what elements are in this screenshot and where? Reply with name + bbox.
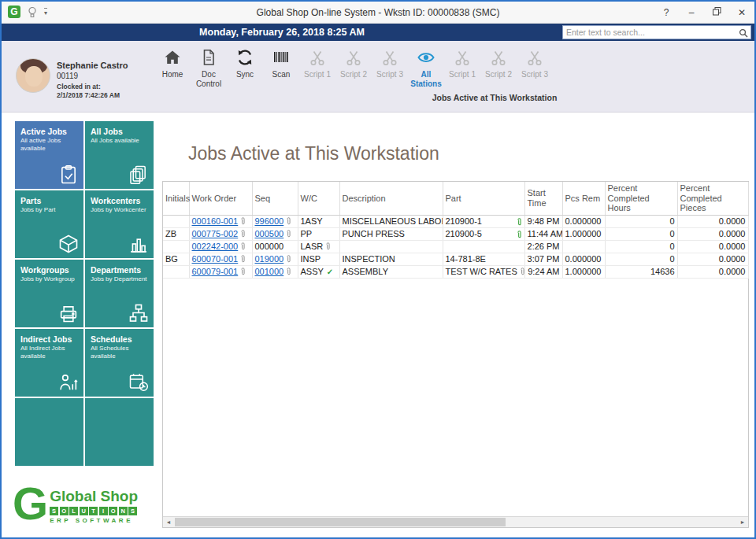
ribbon-button-scan[interactable]: Scan [263, 46, 299, 91]
close-button[interactable]: ✕ [737, 7, 747, 18]
sync-arrows-icon [227, 48, 263, 68]
col-wc[interactable]: W/C [298, 182, 339, 215]
cell-wc: ASSY✓ [298, 265, 339, 278]
horizontal-scrollbar[interactable]: ◄ ► [163, 516, 748, 527]
work-order-link[interactable]: 002242-000 [192, 242, 239, 251]
tile-departments[interactable]: Departments Jobs by Department [85, 260, 154, 327]
logo-tagline: ERP SOFTWARE [50, 517, 138, 524]
ribbon-button-script3[interactable]: Script 3 [372, 46, 408, 91]
cell-pct-hours: 0 [605, 240, 677, 253]
cell-part: 14-781-8E [443, 253, 524, 265]
restore-icon [713, 7, 721, 16]
green-paperclip-icon [517, 230, 522, 239]
seq-link[interactable]: 996000 [255, 216, 284, 226]
col-pcs-rem[interactable]: Pcs Rem [562, 182, 605, 215]
logo-brand-name: Global Shop [50, 488, 138, 505]
machine-icon [57, 302, 80, 324]
work-order-link[interactable]: 000775-002 [192, 229, 239, 238]
col-initials[interactable]: Initials [163, 182, 189, 215]
col-seq[interactable]: Seq [252, 182, 298, 215]
cell-pct-hours: 0 [605, 227, 677, 240]
seq-link[interactable]: 019000 [255, 254, 284, 264]
tile-empty-2[interactable] [85, 398, 154, 466]
cell-work-order: 002242-000 [189, 240, 252, 253]
table-row: 600079-001 001000 ASSY✓ ASSEMBLY TEST W/… [163, 265, 748, 278]
paperclip-icon [240, 229, 246, 238]
scrollbar-thumb[interactable] [175, 518, 506, 526]
scissors-icon [444, 48, 480, 68]
cell-seq: 019000 [252, 253, 298, 265]
cell-work-order: 000160-001 [189, 215, 252, 227]
col-work-order[interactable]: Work Order [189, 182, 252, 215]
tile-all-jobs[interactable]: All Jobs All Jobs available [85, 121, 154, 189]
cell-seq: 001000 [252, 265, 298, 278]
seq-link[interactable]: 001000 [255, 267, 284, 276]
scissors-icon [480, 48, 517, 68]
cell-wc: LASR [298, 240, 339, 253]
cell-pcs-rem: 1.000000 [562, 265, 605, 278]
ribbon-button-script1-alt[interactable]: Script 1 [444, 46, 480, 91]
search-icon[interactable] [739, 28, 748, 38]
scroll-right-button[interactable]: ► [737, 517, 748, 527]
home-icon [154, 48, 191, 68]
search-input[interactable] [563, 26, 738, 39]
tile-active-jobs[interactable]: Active Jobs All active Jobs available [15, 121, 83, 189]
ribbon-button-script1[interactable]: Script 1 [299, 46, 335, 91]
scissors-icon [517, 48, 553, 68]
ribbon-button-all-stations[interactable]: All Stations [408, 46, 444, 91]
ribbon-button-home[interactable]: Home [154, 46, 191, 91]
help-button[interactable]: ? [662, 7, 671, 18]
col-pct-pieces[interactable]: Percent Completed Pieces [677, 182, 748, 215]
table-row: ZB 000775-002 000500 PP PUNCH PRESS 2109… [163, 227, 748, 240]
col-description[interactable]: Description [339, 182, 443, 215]
tile-empty-1[interactable] [15, 398, 83, 466]
jobs-table-frame: Initials Work Order Seq W/C Description … [162, 181, 749, 528]
ribbon-group-caption: Jobs Active at This Workstation [417, 93, 572, 102]
scissors-icon [299, 48, 335, 68]
scissors-icon [372, 48, 408, 68]
cell-seq: 000000 [252, 240, 298, 253]
cell-pct-pieces: 0.0000 [677, 215, 748, 227]
ribbon-toolbar: Home Doc Control [154, 46, 553, 91]
work-order-link[interactable]: 600079-001 [192, 267, 239, 276]
ribbon-button-doc-control[interactable]: Doc Control [191, 46, 227, 91]
col-start-time[interactable]: Start Time [524, 182, 562, 215]
tile-workcenters[interactable]: Workcenters Jobs by Workcenter [85, 190, 154, 258]
ribbon-button-script2[interactable]: Script 2 [335, 46, 372, 91]
search-box[interactable] [562, 25, 751, 39]
cell-pct-hours: 0 [605, 215, 677, 227]
cell-pct-pieces: 0.0000 [677, 265, 748, 278]
seq-link[interactable]: 000500 [255, 229, 284, 238]
cell-initials [163, 215, 189, 227]
tile-schedules[interactable]: Schedules All Schedules available [85, 329, 154, 397]
ribbon-button-sync[interactable]: Sync [227, 46, 263, 91]
cell-pcs-rem [562, 240, 605, 253]
tile-indirect-jobs[interactable]: Indirect Jobs All Indirect Jobs availabl… [15, 329, 83, 397]
documents-stack-icon [128, 164, 150, 186]
ribbon-button-script2-alt[interactable]: Script 2 [480, 46, 517, 91]
cell-wc: INSP [298, 253, 339, 265]
cell-start-time: 11:44 AM [524, 227, 562, 240]
ribbon-button-script3-alt[interactable]: Script 3 [517, 46, 553, 91]
tile-workgroups[interactable]: Workgroups Jobs by Workgroup [15, 260, 83, 327]
scissors-icon [335, 48, 372, 68]
tile-parts[interactable]: Parts Jobs by Part [15, 190, 83, 258]
minimize-button[interactable]: – [687, 7, 696, 18]
title-bar: G ▾ Global Shop On-line System - Wkstn I… [2, 2, 754, 24]
cell-work-order: 600070-001 [189, 253, 252, 265]
paperclip-icon [240, 267, 246, 276]
paperclip-icon [240, 242, 246, 251]
work-order-link[interactable]: 600070-001 [192, 254, 239, 264]
cell-part: 210900-5 [443, 227, 524, 240]
cell-pcs-rem: 1.000000 [562, 227, 605, 240]
col-pct-hours[interactable]: Percent Completed Hours [605, 182, 677, 215]
cell-wc: PP [298, 227, 339, 240]
work-order-link[interactable]: 000160-001 [192, 216, 239, 226]
user-avatar [16, 58, 50, 93]
paperclip-icon [240, 216, 246, 226]
col-part[interactable]: Part [443, 182, 524, 215]
cell-initials [163, 240, 189, 253]
scroll-left-button[interactable]: ◄ [163, 517, 174, 527]
restore-button[interactable] [712, 7, 721, 18]
cell-pcs-rem: 0.000000 [562, 215, 605, 227]
